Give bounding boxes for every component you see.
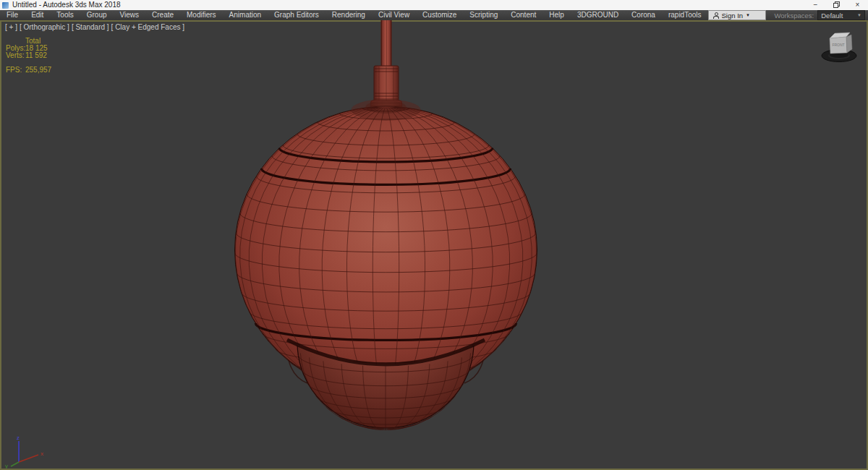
verts-label: Verts:: [6, 52, 25, 59]
sign-in-label: Sign In: [722, 12, 744, 20]
user-icon: [713, 12, 719, 19]
window-controls: − ×: [805, 0, 868, 10]
minimize-button[interactable]: −: [805, 0, 826, 10]
chevron-down-icon: ▼: [746, 13, 750, 17]
viewport-pov-menu[interactable]: [ Orthographic ]: [20, 23, 69, 31]
viewport[interactable]: [ + ] [ Orthographic ] [ Standard ] [ Cl…: [0, 20, 868, 470]
viewport-label: [ + ] [ Orthographic ] [ Standard ] [ Cl…: [5, 23, 184, 31]
restore-icon: [833, 1, 840, 8]
workspaces-value: Default: [821, 12, 843, 20]
restore-button[interactable]: [826, 0, 847, 10]
menu-scripting[interactable]: Scripting: [463, 10, 504, 20]
menu-tools[interactable]: Tools: [50, 10, 80, 20]
workspaces-dropdown[interactable]: Default ▼: [817, 10, 865, 20]
viewcube-face-label: FRONT: [832, 43, 844, 47]
menu-graph-editors[interactable]: Graph Editors: [268, 10, 326, 20]
window-title: Untitled - Autodesk 3ds Max 2018: [12, 0, 121, 10]
app-icon: [2, 2, 9, 9]
close-button[interactable]: ×: [847, 0, 868, 10]
viewcube[interactable]: FRONT: [819, 26, 859, 67]
viewport-render-preset-menu[interactable]: [ Standard ]: [72, 23, 109, 31]
viewcube-side-face[interactable]: [846, 35, 852, 53]
axis-x-label: x: [41, 450, 43, 457]
fps-label: FPS:: [6, 67, 25, 74]
chevron-down-icon: ▼: [857, 13, 861, 17]
title-bar: Untitled - Autodesk 3ds Max 2018 − ×: [0, 0, 868, 10]
menu-rapidtools[interactable]: rapidTools: [662, 10, 708, 20]
menu-civil-view[interactable]: Civil View: [372, 10, 416, 20]
menu-customize[interactable]: Customize: [416, 10, 463, 20]
menu-help[interactable]: Help: [542, 10, 571, 20]
menu-rendering[interactable]: Rendering: [326, 10, 372, 20]
fps-value: 255,957: [25, 66, 51, 74]
workspaces-label: Workspaces:: [775, 12, 814, 20]
menu-bar: File Edit Tools Group Views Create Modif…: [0, 10, 868, 20]
sign-in-button[interactable]: Sign In ▼: [708, 10, 766, 20]
lamp-cord: [381, 20, 392, 68]
pendant-lamp-model[interactable]: [0, 20, 868, 470]
axis-z-label: z: [17, 435, 20, 441]
menu-content[interactable]: Content: [504, 10, 542, 20]
axis-y-label: y: [5, 463, 8, 469]
menu-file[interactable]: File: [0, 10, 25, 20]
viewport-general-menu[interactable]: [ + ]: [5, 23, 17, 31]
menu-corona[interactable]: Corona: [625, 10, 662, 20]
menu-3dground[interactable]: 3DGROUND: [571, 10, 625, 20]
menu-animation[interactable]: Animation: [223, 10, 268, 20]
viewport-statistics: Total Polys:18 125 Verts:11 592 FPS:255,…: [6, 38, 51, 74]
menu-views[interactable]: Views: [114, 10, 146, 20]
verts-value: 11 592: [25, 51, 47, 59]
menu-create[interactable]: Create: [145, 10, 180, 20]
menu-group[interactable]: Group: [80, 10, 114, 20]
menu-edit[interactable]: Edit: [25, 10, 50, 20]
viewport-shading-menu[interactable]: [ Clay + Edged Faces ]: [111, 23, 184, 31]
world-axis-gizmo: z x y: [3, 434, 49, 469]
menu-modifiers[interactable]: Modifiers: [180, 10, 223, 20]
